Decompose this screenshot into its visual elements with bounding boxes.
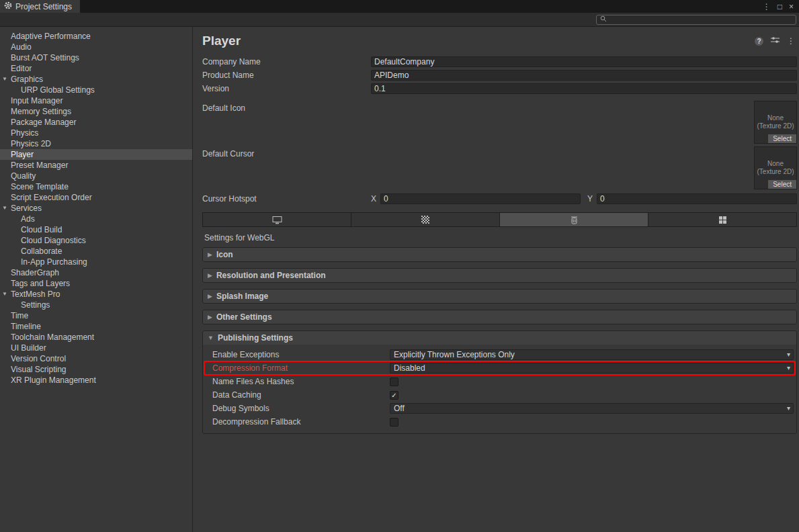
foldout-arrow-icon[interactable]: ▼ <box>2 289 7 300</box>
sidebar-item-label: URP Global Settings <box>21 85 95 95</box>
window-tab-project-settings[interactable]: Project Settings <box>0 0 80 13</box>
sidebar-item-quality[interactable]: Quality <box>0 171 192 181</box>
sidebar-item-textmesh-pro[interactable]: ▼TextMesh Pro <box>0 289 192 300</box>
sidebar-item-visual-scripting[interactable]: Visual Scripting <box>0 364 192 375</box>
sidebar-item-memory-settings[interactable]: Memory Settings <box>0 106 192 117</box>
version-field[interactable] <box>371 83 797 94</box>
cursor-hotspot-x-field[interactable] <box>380 193 581 204</box>
sidebar-item-cloud-diagnostics[interactable]: Cloud Diagnostics <box>0 235 192 246</box>
sidebar-item-graphics[interactable]: ▼Graphics <box>0 74 192 85</box>
search-box[interactable] <box>596 15 796 25</box>
select-icon-button[interactable]: Select <box>768 134 796 143</box>
setting-label: Compression Format <box>212 363 390 373</box>
sidebar-item-preset-manager[interactable]: Preset Manager <box>0 160 192 171</box>
sidebar-item-version-control[interactable]: Version Control <box>0 353 192 364</box>
platform-tab-uwp-platform[interactable] <box>648 213 796 226</box>
sidebar-item-ads[interactable]: Ads <box>0 214 192 224</box>
checkbox-name-files-as-hashes[interactable] <box>390 378 398 386</box>
sidebar-item-physics-2d[interactable]: Physics 2D <box>0 138 192 149</box>
sidebar-item-editor[interactable]: Editor <box>0 63 192 74</box>
product-name-row: Product Name <box>202 69 797 82</box>
section-other-settings: ▶Other Settings <box>202 310 797 324</box>
foldout-arrow-icon[interactable]: ▼ <box>2 74 7 85</box>
sidebar-item-label: Player <box>11 150 34 159</box>
maximize-icon[interactable]: □ <box>777 3 782 11</box>
presets-icon[interactable] <box>771 36 780 46</box>
section-header-publishing-settings[interactable]: ▼Publishing Settings <box>203 331 796 345</box>
window-menu-icon[interactable]: ⋮ <box>763 3 771 11</box>
company-name-field[interactable] <box>371 56 797 67</box>
dropdown-value: Disabled <box>394 363 425 373</box>
select-cursor-button[interactable]: Select <box>768 180 796 189</box>
sidebar-item-script-execution-order[interactable]: Script Execution Order <box>0 192 192 203</box>
checkbox-decompression-fallback[interactable] <box>390 418 398 427</box>
sidebar-item-label: XR Plugin Management <box>11 375 96 385</box>
platform-tab-dedicated-server-platform[interactable] <box>351 213 500 226</box>
cursor-hotspot-row: Cursor Hotspot X Y <box>202 192 797 206</box>
sidebar-item-settings[interactable]: Settings <box>0 300 192 310</box>
dropdown-enable-exceptions[interactable]: Explicitly Thrown Exceptions Only▾ <box>390 349 794 360</box>
default-cursor-object-field[interactable]: None (Texture 2D) Select <box>754 146 797 189</box>
sidebar-list: Adaptive PerformanceAudioBurst AOT Setti… <box>0 27 193 532</box>
cursor-hotspot-y-field[interactable] <box>597 193 797 204</box>
foldout-arrow-icon[interactable]: ▼ <box>2 203 7 214</box>
product-name-label: Product Name <box>202 71 371 80</box>
default-icon-row: Default Icon None (Texture 2D) Select <box>202 99 797 145</box>
sidebar-item-burst-aot-settings[interactable]: Burst AOT Settings <box>0 52 192 63</box>
section-header-other-settings[interactable]: ▶Other Settings <box>203 310 796 324</box>
product-name-field[interactable] <box>371 70 797 81</box>
platform-tab-desktop-platform[interactable] <box>203 213 351 226</box>
section-body: Enable ExceptionsExplicitly Thrown Excep… <box>203 345 796 433</box>
platform-tab-webgl-platform[interactable] <box>500 213 648 226</box>
sidebar-item-audio[interactable]: Audio <box>0 42 192 52</box>
sidebar-item-urp-global-settings[interactable]: URP Global Settings <box>0 85 192 95</box>
dropdown-compression-format[interactable]: Disabled▾ <box>390 363 794 373</box>
setting-label: Decompression Fallback <box>212 417 390 427</box>
sidebar-item-ui-builder[interactable]: UI Builder <box>0 343 192 353</box>
sidebar-item-input-manager[interactable]: Input Manager <box>0 95 192 106</box>
sidebar-item-timeline[interactable]: Timeline <box>0 321 192 332</box>
sidebar-item-label: Version Control <box>11 354 66 363</box>
section-header-icon[interactable]: ▶Icon <box>203 248 796 261</box>
sidebar-item-time[interactable]: Time <box>0 310 192 321</box>
section-header-splash-image[interactable]: ▶Splash Image <box>203 290 796 303</box>
setting-label: Name Files As Hashes <box>212 377 390 386</box>
kebab-menu-icon[interactable]: ⋮ <box>787 36 795 46</box>
chevron-down-icon: ▾ <box>787 364 790 371</box>
sidebar-item-package-manager[interactable]: Package Manager <box>0 117 192 128</box>
sidebar-item-toolchain-management[interactable]: Toolchain Management <box>0 332 192 343</box>
section-splash-image: ▶Splash Image <box>202 289 797 304</box>
setting-row-compression-format: Compression FormatDisabled▾ <box>203 361 796 375</box>
header-icons: ? ⋮ <box>755 36 797 46</box>
hotspot-x-label: X <box>371 194 380 204</box>
sidebar-item-label: TextMesh Pro <box>11 290 60 299</box>
hotspot-y-label: Y <box>587 194 597 204</box>
sidebar-item-player[interactable]: Player <box>0 149 192 160</box>
section-resolution-and-presentation: ▶Resolution and Presentation <box>202 268 797 283</box>
sidebar-item-adaptive-performance[interactable]: Adaptive Performance <box>0 31 192 42</box>
dedicated-server-platform-icon <box>421 216 429 224</box>
sidebar-item-collaborate[interactable]: Collaborate <box>0 246 192 257</box>
help-icon[interactable]: ? <box>755 37 763 46</box>
default-icon-object-field[interactable]: None (Texture 2D) Select <box>754 101 797 144</box>
sidebar-item-xr-plugin-management[interactable]: XR Plugin Management <box>0 375 192 386</box>
sidebar-item-label: Toolchain Management <box>11 332 94 342</box>
setting-row-name-files-as-hashes: Name Files As Hashes <box>203 375 796 388</box>
close-icon[interactable]: × <box>789 3 794 11</box>
sidebar-item-shadergraph[interactable]: ShaderGraph <box>0 267 192 278</box>
dropdown-value: Explicitly Thrown Exceptions Only <box>394 350 515 359</box>
setting-row-debug-symbols: Debug SymbolsOff▾ <box>203 402 796 415</box>
sidebar-item-services[interactable]: ▼Services <box>0 203 192 214</box>
sidebar-item-physics[interactable]: Physics <box>0 128 192 138</box>
sidebar-item-tags-and-layers[interactable]: Tags and Layers <box>0 278 192 289</box>
sidebar-item-scene-template[interactable]: Scene Template <box>0 181 192 192</box>
search-input[interactable] <box>609 15 792 24</box>
sidebar-item-label: Input Manager <box>11 96 62 105</box>
dropdown-debug-symbols[interactable]: Off▾ <box>390 403 794 414</box>
sidebar-item-cloud-build[interactable]: Cloud Build <box>0 224 192 235</box>
checkbox-data-caching[interactable]: ✓ <box>390 391 398 400</box>
section-header-resolution-and-presentation[interactable]: ▶Resolution and Presentation <box>203 269 796 282</box>
setting-label: Debug Symbols <box>212 404 390 413</box>
sidebar-item-label: Physics <box>11 128 38 138</box>
sidebar-item-in-app-purchasing[interactable]: In-App Purchasing <box>0 257 192 267</box>
